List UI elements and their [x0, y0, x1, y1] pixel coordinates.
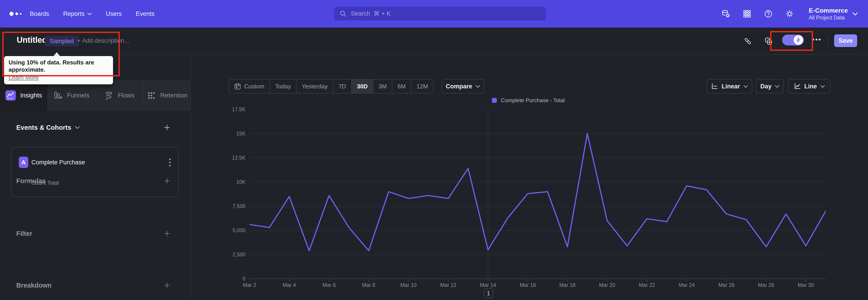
- search-icon: [340, 10, 346, 17]
- range-3m[interactable]: 3M: [373, 80, 393, 93]
- x-axis-label: Mar 26: [710, 282, 743, 288]
- flows-icon: [104, 91, 113, 100]
- tab-funnels[interactable]: Funnels: [48, 80, 96, 111]
- x-axis-label: Mar 24: [670, 282, 704, 288]
- top-nav-bar: BoardsReportsUsersEvents: [0, 0, 868, 28]
- tooltip-caret: [53, 52, 60, 56]
- settings-gear-icon[interactable]: [785, 9, 794, 18]
- search-input[interactable]: [350, 10, 540, 18]
- event-name: Complete Purchase: [31, 159, 85, 166]
- save-button[interactable]: Save: [834, 34, 857, 47]
- sampling-toggle[interactable]: [782, 35, 804, 46]
- y-axis-label: 10K: [217, 179, 246, 185]
- chart-legend[interactable]: Complete Purchase - Total: [492, 97, 565, 103]
- lightning-bolt-icon: [796, 37, 801, 43]
- nav-item-users[interactable]: Users: [106, 10, 122, 18]
- x-axis-label: Mar 2: [232, 282, 267, 288]
- compare-button[interactable]: Compare: [441, 79, 485, 94]
- range-yesterday[interactable]: Yesterday: [297, 80, 333, 93]
- interval-dropdown[interactable]: Day: [756, 79, 784, 94]
- chart-canvas: [250, 110, 826, 284]
- report-header-row: Untitled Sampled + Add description...: [0, 28, 868, 55]
- nav-items: BoardsReportsUsersEvents: [30, 0, 154, 28]
- tab-insights[interactable]: Insights: [0, 80, 48, 111]
- more-ellipsis-icon[interactable]: [812, 39, 820, 40]
- scale-dropdown[interactable]: Linear: [707, 79, 752, 94]
- header-divider: [828, 35, 828, 46]
- share-link-icon[interactable]: [743, 37, 752, 46]
- event-series-badge: A: [19, 157, 28, 168]
- data-management-icon[interactable]: [721, 9, 730, 18]
- x-axis-label: Mar 8: [352, 282, 385, 288]
- funnels-icon: [53, 91, 62, 100]
- x-axis-label: Mar 30: [789, 282, 823, 288]
- global-search[interactable]: [334, 7, 546, 20]
- x-axis-label: Mar 18: [550, 282, 584, 288]
- linear-axis-icon: [711, 83, 718, 90]
- chart-type-dropdown[interactable]: Line: [788, 79, 831, 94]
- y-axis-label: 12.5K: [217, 155, 246, 161]
- report-tabs: InsightsFunnelsFlowsRetention: [0, 80, 191, 111]
- chevron-down-icon: [75, 126, 80, 129]
- chevron-down-icon: [87, 12, 92, 16]
- project-subtitle: All Project Data: [809, 14, 848, 21]
- range-6m[interactable]: 6M: [393, 80, 411, 93]
- nav-item-events[interactable]: Events: [136, 10, 155, 18]
- tab-retention[interactable]: Retention: [144, 80, 191, 111]
- formulas-row: Formulas: [16, 175, 171, 186]
- pagination-page-1[interactable]: 1: [484, 289, 493, 298]
- add-filter-button[interactable]: [163, 230, 171, 237]
- range-30d[interactable]: 30D: [352, 80, 373, 93]
- add-breakdown-button[interactable]: [163, 281, 171, 289]
- y-axis-label: 7,500: [217, 203, 246, 209]
- nav-item-boards[interactable]: Boards: [30, 10, 49, 18]
- project-switcher[interactable]: E-Commerce All Project Data: [809, 0, 858, 28]
- nav-icon-cluster: [721, 0, 794, 28]
- tab-flows[interactable]: Flows: [96, 80, 144, 111]
- calendar-icon: [234, 83, 241, 90]
- x-axis-label: Mar 4: [272, 282, 306, 288]
- copy-add-icon[interactable]: [764, 37, 773, 46]
- help-icon[interactable]: [764, 9, 773, 18]
- project-name: E-Commerce: [809, 7, 848, 14]
- formulas-header: Formulas: [16, 177, 46, 185]
- mixpanel-logo-icon[interactable]: [9, 0, 22, 28]
- line-chart-icon: [794, 83, 801, 90]
- sampled-badge[interactable]: Sampled: [45, 36, 79, 47]
- chevron-down-icon: [820, 85, 825, 88]
- range-custom[interactable]: Custom: [229, 80, 270, 93]
- mixpanel-insights-screen: BoardsReportsUsersEvents: [0, 0, 868, 300]
- x-axis-label: Mar 16: [511, 282, 545, 288]
- sampling-tooltip: Using 10% of data. Results are approxima…: [4, 56, 113, 84]
- x-axis-label: Mar 22: [630, 282, 664, 288]
- filter-row: Filter: [16, 228, 171, 239]
- add-event-button[interactable]: [163, 124, 171, 131]
- apps-grid-icon[interactable]: [743, 9, 751, 18]
- tooltip-text: Using 10% of data. Results are approxima…: [8, 59, 108, 73]
- y-axis-label: 2,500: [217, 251, 246, 258]
- sidebar-divider: [191, 55, 191, 300]
- y-axis-label: 0: [217, 276, 246, 282]
- range-12m[interactable]: 12M: [411, 80, 433, 93]
- x-axis-label: Mar 10: [392, 282, 426, 288]
- toggle-knob: [794, 35, 803, 45]
- add-formula-button[interactable]: [163, 177, 171, 185]
- x-axis-label: Mar 6: [312, 282, 346, 288]
- insights-icon: [5, 90, 16, 100]
- line-chart[interactable]: [250, 110, 826, 286]
- x-axis-label: Mar 20: [590, 282, 624, 288]
- add-description-field[interactable]: + Add description...: [77, 37, 129, 44]
- range-7d[interactable]: 7D: [333, 80, 352, 93]
- retention-icon: [147, 91, 156, 100]
- events-cohorts-header-row: Events & Cohorts: [16, 122, 171, 133]
- report-title[interactable]: Untitled: [17, 35, 47, 45]
- nav-item-reports[interactable]: Reports: [63, 10, 92, 18]
- event-card-complete-purchase[interactable]: A Complete Purchase Count Total: [11, 147, 179, 198]
- chevron-down-icon: [852, 12, 858, 16]
- legend-swatch: [492, 98, 497, 103]
- y-axis-label: 5,000: [217, 228, 246, 234]
- event-options-kebab-icon[interactable]: [168, 157, 172, 167]
- events-cohorts-header[interactable]: Events & Cohorts: [16, 124, 80, 131]
- range-today[interactable]: Today: [270, 80, 297, 93]
- learn-more-link[interactable]: Learn More: [8, 74, 39, 81]
